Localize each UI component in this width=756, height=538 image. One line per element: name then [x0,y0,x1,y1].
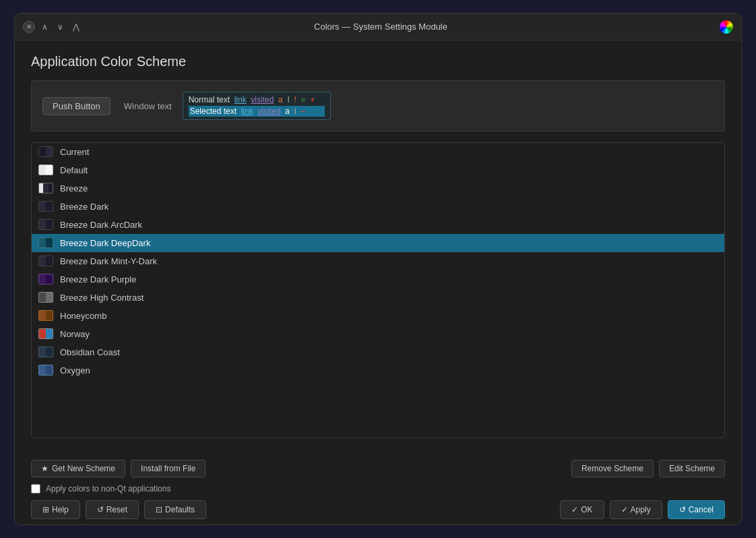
scheme-icon-default [38,165,53,175]
preview-sel-minus: – [301,107,305,116]
cancel-button[interactable]: ↺ Cancel [668,500,725,519]
scheme-icon-breeze [38,183,53,193]
scheme-label-breeze-dark: Breeze Dark [60,202,108,212]
scheme-label-norway: Norway [60,329,90,339]
scheme-actions-left: ★ Get New Scheme Install from File [31,460,206,477]
scheme-item-norway[interactable]: Norway [32,325,724,343]
reset-icon: ↺ [97,505,104,514]
scheme-label-current: Current [60,147,89,157]
defaults-icon: ⊡ [156,505,162,514]
titlebar: ✕ ∧ ∨ ⋀ Colors — System Settings Module [15,13,741,40]
scheme-icon-oxygen [38,365,53,376]
normal-text-line: Normal text link visited a I ! = + [189,95,325,104]
preview-excl: ! [294,95,296,104]
preview-text-area: Normal text link visited a I ! = + Selec… [183,92,331,120]
selected-text: Selected text [190,107,237,116]
scheme-icon-norway [38,328,53,339]
apply-colors-label: Apply colors to non-Qt applications [46,484,170,494]
scheme-item-obsidian-coast[interactable]: Obsidian Coast [32,343,724,361]
scheme-item-breeze-dark-arcdark[interactable]: Breeze Dark ArcDark [32,216,724,234]
preview-sel-a: a [285,107,290,116]
main-window: ✕ ∧ ∨ ⋀ Colors — System Settings Module … [14,13,742,525]
scheme-label-oxygen: Oxygen [60,365,90,376]
scheme-item-breeze-dark[interactable]: Breeze Dark [32,198,724,216]
preview-sel-visited: visited [257,107,280,116]
cancel-icon: ↺ [679,505,686,514]
preview-visited: visited [251,95,274,104]
scheme-item-breeze-dark-deepdark[interactable]: Breeze Dark DeepDark [32,234,724,252]
scheme-icon-current [38,146,53,157]
scheme-item-breeze[interactable]: Breeze [32,179,724,198]
scheme-icon-breeze-high-contrast [38,292,53,303]
dialog-buttons: ⊞ Help ↺ Reset ⊡ Defaults ✓ OK ✓ [31,500,725,519]
remove-scheme-button[interactable]: Remove Scheme [571,460,654,477]
page-title: Application Color Scheme [31,54,725,69]
scheme-item-oxygen[interactable]: Oxygen [32,361,724,380]
edit-scheme-button[interactable]: Edit Scheme [659,460,725,477]
scheme-icon-breeze-dark-purple [38,274,53,285]
reset-button[interactable]: ↺ Reset [86,500,139,519]
scheme-label-honeycomb: Honeycomb [60,311,106,321]
preview-equals: = [301,95,305,104]
ok-check-icon: ✓ [571,505,578,514]
get-new-scheme-button[interactable]: ★ Get New Scheme [31,460,125,477]
preview-bar1: I [287,95,289,104]
scheme-actions: ★ Get New Scheme Install from File Remov… [31,460,725,477]
apply-check-icon: ✓ [621,505,628,514]
scheme-icon-honeycomb [38,310,53,321]
scheme-icon-breeze-dark-arcdark [38,219,53,230]
scheme-icon-obsidian-coast [38,347,53,357]
scheme-actions-right: Remove Scheme Edit Scheme [571,460,725,477]
titlebar-right [679,20,733,34]
help-button[interactable]: ⊞ Help [31,500,80,519]
scheme-icon-breeze-dark-deepdark [38,237,53,248]
normal-text: Normal text [189,95,230,104]
scheme-label-breeze-dark-arcdark: Breeze Dark ArcDark [60,220,142,230]
window-text-label: Window text [124,101,172,111]
preview-link: link [234,95,247,104]
ok-button[interactable]: ✓ OK [560,500,604,519]
nav-up-button[interactable]: ∧ [39,21,51,33]
scheme-label-breeze-dark-purple: Breeze Dark Purple [60,274,136,285]
scheme-label-default: Default [60,165,88,175]
scheme-label-obsidian-coast: Obsidian Coast [60,347,120,357]
scheme-item-breeze-dark-mint-y-dark[interactable]: Breeze Dark Mint-Y-Dark [32,252,724,270]
rainbow-button[interactable] [720,20,733,34]
scheme-label-breeze: Breeze [60,183,88,193]
scheme-item-breeze-dark-purple[interactable]: Breeze Dark Purple [32,270,724,289]
defaults-button[interactable]: ⊡ Defaults [144,500,206,519]
window-title: Colors — System Settings Module [82,22,679,32]
window-controls: ✕ ∧ ∨ ⋀ [23,21,82,33]
scheme-icon-breeze-dark-mint-y-dark [38,256,53,266]
apply-colors-row: Apply colors to non-Qt applications [31,484,725,494]
preview-box: Push Button Window text Normal text link… [31,80,725,131]
dialog-buttons-left: ⊞ Help ↺ Reset ⊡ Defaults [31,500,206,519]
help-icon: ⊞ [42,505,49,514]
scheme-label-breeze-dark-mint-y-dark: Breeze Dark Mint-Y-Dark [60,256,157,266]
push-button[interactable]: Push Button [42,97,111,115]
preview-a: a [278,95,283,104]
preview-plus: + [310,95,315,104]
scheme-icon-breeze-dark [38,201,53,212]
scheme-item-default[interactable]: Default [32,161,724,179]
preview-sel-bar: I [294,107,296,116]
selected-text-line: Selected text link visited a I – [189,106,325,117]
dialog-buttons-right: ✓ OK ✓ Apply ↺ Cancel [560,500,725,519]
content-area: Application Color Scheme Push Button Win… [15,40,741,452]
scheme-item-honeycomb[interactable]: Honeycomb [32,307,724,325]
close-button[interactable]: ✕ [23,21,35,33]
scheme-item-current[interactable]: Current [32,143,724,161]
scheme-label-breeze-high-contrast: Breeze High Contrast [60,293,144,303]
bottom-bar: ★ Get New Scheme Install from File Remov… [15,452,741,525]
scheme-list[interactable]: Current Default Breeze Breeze Dark Breez… [32,143,724,438]
apply-colors-checkbox[interactable] [31,484,40,494]
nav-down-button[interactable]: ∨ [55,21,66,33]
install-from-file-button[interactable]: Install from File [131,460,206,477]
nav-up2-button[interactable]: ⋀ [70,21,82,33]
scheme-list-container: Current Default Breeze Breeze Dark Breez… [31,142,725,438]
scheme-item-breeze-high-contrast[interactable]: Breeze High Contrast [32,289,724,307]
scheme-label-breeze-dark-deepdark: Breeze Dark DeepDark [60,238,150,248]
star-icon: ★ [41,464,49,473]
preview-sel-link: link [241,107,253,116]
apply-button[interactable]: ✓ Apply [610,500,662,519]
